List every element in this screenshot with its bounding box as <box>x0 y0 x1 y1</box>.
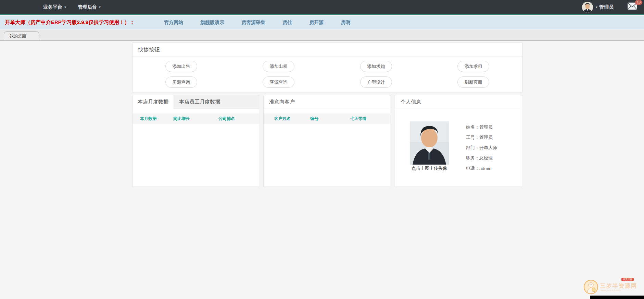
field-department-value: 开单大师 <box>479 145 497 151</box>
field-phone: 电话： admin <box>466 163 497 174</box>
menu-admin-backend-label: 管理后台 <box>78 4 97 10</box>
link-fangkaiyuan[interactable]: 房开源 <box>309 20 324 26</box>
refresh-page-button[interactable]: 刷新页面 <box>457 76 489 88</box>
quick-buttons-title: 快捷按钮 <box>132 43 522 57</box>
chevron-down-icon: ▾ <box>64 5 66 9</box>
personal-info-panel: 个人信息 点击上图上传头像 姓名： 管理员 工号： 管理员 <box>395 95 522 187</box>
col-company-rank: 公司排名 <box>218 116 235 122</box>
link-fangjia[interactable]: 房佳 <box>282 20 292 26</box>
field-name: 姓名： 管理员 <box>466 122 497 132</box>
col-yoy-growth: 同比增长 <box>173 116 211 122</box>
photo-upload-caption: 点击上图上传头像 <box>402 165 457 171</box>
field-phone-label: 电话： <box>466 165 479 171</box>
profile-body: 点击上图上传头像 姓名： 管理员 工号： 管理员 部门： 开单大师 职务： 总经… <box>395 109 522 187</box>
listing-search-button[interactable]: 房源查询 <box>165 76 197 88</box>
field-department: 部门： 开单大师 <box>466 143 497 153</box>
field-name-label: 姓名： <box>466 124 479 130</box>
menu-business-platform[interactable]: 业务平台 ▾ <box>43 4 66 10</box>
field-position-label: 职务： <box>466 155 479 161</box>
profile-panel-title: 个人信息 <box>395 95 522 109</box>
col-7day-showings: 七天带看 <box>350 116 367 122</box>
tab-staff-monthly-data[interactable]: 本店员工月度数据 <box>174 95 225 109</box>
watermark-badge: 请先注册 <box>621 278 634 281</box>
watermark-mascot-icon <box>584 280 598 294</box>
clients-panel-title: 准意向客户 <box>264 95 390 109</box>
field-position-value: 总经理 <box>479 155 493 161</box>
col-client-name: 客户姓名 <box>274 116 300 122</box>
link-official-site[interactable]: 官方网站 <box>164 20 183 26</box>
user-name: 管理员 <box>599 4 614 10</box>
menu-admin-backend[interactable]: 管理后台 ▾ <box>78 4 101 10</box>
top-navbar: 业务平台 ▾ 管理后台 ▾ ▾ 管理员 <box>0 0 644 15</box>
watermark-site-name: 三岁半资源网 <box>600 283 637 290</box>
chevron-down-icon: ▾ <box>596 5 597 9</box>
field-department-label: 部门： <box>466 145 479 151</box>
col-client-id: 编号 <box>310 116 340 122</box>
bottom-black-strip <box>590 296 644 299</box>
prospective-clients-panel: 准意向客户 客户姓名 编号 七天带看 <box>263 95 390 187</box>
col-month-data: 本月数据 <box>140 116 166 122</box>
mail-count-badge: 13 <box>635 0 642 5</box>
tab-store-monthly-data[interactable]: 本店月度数据 <box>132 95 174 109</box>
tab-my-desktop-label: 我的桌面 <box>10 33 26 39</box>
field-staff-id-label: 工号： <box>466 134 479 141</box>
user-menu[interactable]: ▾ 管理员 <box>596 4 614 10</box>
site-watermark: 三岁半资源网 www.jsores.jb.com 请先注册 <box>584 278 642 294</box>
link-fangshao[interactable]: 房哨 <box>341 20 350 26</box>
profile-portrait <box>410 121 449 165</box>
client-search-button[interactable]: 客源查询 <box>263 76 294 88</box>
avatar[interactable] <box>582 2 593 13</box>
store-panel-tabs: 本店月度数据 本店员工月度数据 <box>132 95 259 109</box>
add-rent-button[interactable]: 添加出租 <box>263 61 294 72</box>
add-buy-request-button[interactable]: 添加求购 <box>360 61 392 72</box>
add-sale-button[interactable]: 添加出售 <box>165 61 197 72</box>
store-monthly-panel: 本店月度数据 本店员工月度数据 本月数据 同比增长 公司排名 <box>132 95 259 187</box>
avatar-portrait <box>582 2 593 13</box>
profile-photo-upload[interactable] <box>410 121 449 165</box>
field-phone-value: admin <box>479 166 491 171</box>
clients-table-header: 客户姓名 编号 七天带看 <box>264 113 390 124</box>
announcement-bar: 开单大师（房产中介ERP学习版2.9.9仅供学习使用！）： 官方网站 旗舰版演示… <box>0 16 644 29</box>
store-table-header: 本月数据 同比增长 公司排名 <box>132 113 259 124</box>
chevron-down-icon: ▾ <box>99 5 101 9</box>
field-staff-id-value: 管理员 <box>479 134 493 141</box>
link-flagship-demo[interactable]: 旗舰版演示 <box>200 20 224 26</box>
quick-buttons-panel: 快捷按钮 添加出售 添加出租 添加求购 添加求租 房源查询 客源查询 户型设计 … <box>132 43 522 92</box>
tab-my-desktop[interactable]: 我的桌面 <box>4 31 39 40</box>
navbar-right: ▾ 管理员 13 <box>582 2 639 13</box>
mail-button[interactable]: 13 <box>627 2 639 12</box>
navbar-menus: 业务平台 ▾ 管理后台 ▾ <box>43 4 101 10</box>
floorplan-design-button[interactable]: 户型设计 <box>360 76 392 88</box>
watermark-url: www.jsores.jb.com <box>601 289 621 291</box>
announcement-notice: 开单大师（房产中介ERP学习版2.9.9仅供学习使用！）： <box>5 19 135 26</box>
field-position: 职务： 总经理 <box>466 153 497 163</box>
add-rent-request-button[interactable]: 添加求租 <box>457 61 489 72</box>
quick-buttons-grid: 添加出售 添加出租 添加求购 添加求租 房源查询 客源查询 户型设计 刷新页面 <box>132 57 522 88</box>
page-tabbar: 我的桌面 <box>0 29 644 41</box>
link-listing-collect[interactable]: 房客源采集 <box>241 20 265 26</box>
announcement-links: 官方网站 旗舰版演示 房客源采集 房佳 房开源 房哨 <box>164 20 350 26</box>
field-name-value: 管理员 <box>479 124 493 130</box>
menu-business-platform-label: 业务平台 <box>43 4 62 10</box>
field-staff-id: 工号： 管理员 <box>466 132 497 143</box>
profile-fields: 姓名： 管理员 工号： 管理员 部门： 开单大师 职务： 总经理 电话： adm… <box>466 122 497 174</box>
